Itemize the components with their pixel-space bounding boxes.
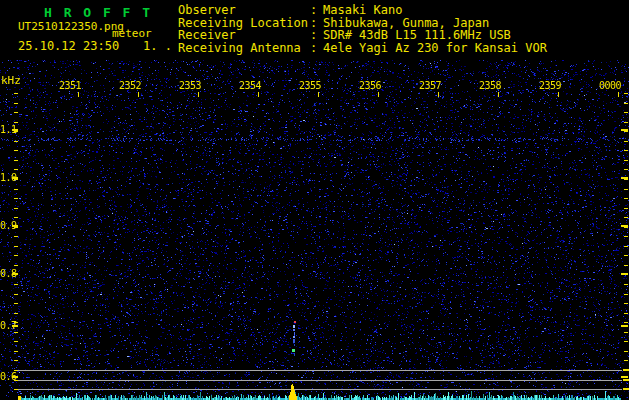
meteor-echo-dash xyxy=(293,325,295,328)
time-axis-label: 2356 xyxy=(351,80,381,91)
freq-minor-tick-left xyxy=(14,236,18,237)
info-colon: : xyxy=(310,29,323,42)
time-axis-tick xyxy=(258,92,259,97)
info-colon: : xyxy=(310,4,323,17)
time-axis-tick xyxy=(438,92,439,97)
freq-minor-tick-right xyxy=(624,160,628,161)
freq-major-tick-right xyxy=(621,129,628,131)
time-axis-tick xyxy=(498,92,499,97)
spectrogram-noise-canvas xyxy=(0,58,629,400)
info-label: Receiver xyxy=(178,29,310,42)
time-axis-tick xyxy=(378,92,379,97)
freq-axis-unit-label: kHz xyxy=(1,74,21,87)
freq-minor-tick-right xyxy=(624,93,628,94)
time-axis-tick xyxy=(558,92,559,97)
freq-minor-tick-left xyxy=(14,150,18,151)
hrofft-screen: H R O F F T UT2510122350.png meteor 25.1… xyxy=(0,0,629,400)
freq-minor-tick-left xyxy=(14,341,18,342)
freq-minor-tick-right xyxy=(624,122,628,123)
date-time-label: 25.10.12 23:50 xyxy=(18,39,119,53)
freq-axis-label: 0.7 xyxy=(0,320,17,331)
freq-minor-tick-right xyxy=(624,332,628,333)
meteor-echo-dash xyxy=(294,353,295,356)
freq-minor-tick-left xyxy=(14,169,18,170)
freq-minor-tick-right xyxy=(624,236,628,237)
freq-minor-tick-left xyxy=(14,208,18,209)
freq-minor-tick-right xyxy=(624,227,628,228)
freq-minor-tick-left xyxy=(14,189,18,190)
time-axis-label: 0000 xyxy=(591,80,621,91)
freq-major-tick-right xyxy=(621,225,628,227)
freq-axis-label: 1.1 xyxy=(0,124,17,135)
level-graph-gridline xyxy=(18,370,622,371)
time-axis-label: 2359 xyxy=(531,80,561,91)
time-axis-label: 2355 xyxy=(291,80,321,91)
freq-minor-tick-right xyxy=(624,341,628,342)
meteor-echo-dash xyxy=(294,332,295,335)
counter-label: 1. . xyxy=(143,39,172,53)
freq-minor-tick-right xyxy=(624,265,628,266)
level-graph-right-tick xyxy=(623,388,629,390)
time-axis-label: 2354 xyxy=(231,80,261,91)
freq-minor-tick-right xyxy=(624,246,628,247)
freq-minor-tick-left xyxy=(14,246,18,247)
info-value: 4ele Yagi Az 230 for Kansai VOR xyxy=(323,41,547,55)
time-axis-tick xyxy=(198,92,199,97)
time-axis-label: 2351 xyxy=(51,80,81,91)
freq-minor-tick-right xyxy=(624,198,628,199)
freq-minor-tick-left xyxy=(14,112,18,113)
freq-minor-tick-right xyxy=(624,169,628,170)
freq-major-tick-right xyxy=(621,273,628,275)
freq-minor-tick-left xyxy=(14,103,18,104)
freq-minor-tick-left xyxy=(14,265,18,266)
freq-minor-tick-right xyxy=(624,217,628,218)
info-row: Receiving Antenna:4ele Yagi Az 230 for K… xyxy=(178,42,547,55)
freq-minor-tick-left xyxy=(14,303,18,304)
level-graph-right-tick xyxy=(623,369,629,371)
freq-minor-tick-left xyxy=(14,284,18,285)
observer-info-block: Observer:Masaki KanoReceiving Location:S… xyxy=(178,4,547,54)
freq-minor-tick-right xyxy=(624,208,628,209)
freq-minor-tick-left xyxy=(14,351,18,352)
freq-minor-tick-left xyxy=(14,294,18,295)
freq-minor-tick-left xyxy=(14,93,18,94)
level-graph-gridline xyxy=(18,380,622,381)
time-axis-label: 2353 xyxy=(171,80,201,91)
freq-minor-tick-right xyxy=(624,112,628,113)
freq-axis-label: 0.6 xyxy=(0,371,17,382)
freq-minor-tick-right xyxy=(624,131,628,132)
freq-axis-label: 1.0 xyxy=(0,172,17,183)
level-graph-right-tick xyxy=(623,379,629,381)
time-axis-label: 2358 xyxy=(471,80,501,91)
time-axis-tick xyxy=(138,92,139,97)
time-axis-tick xyxy=(78,92,79,97)
freq-minor-tick-right xyxy=(624,189,628,190)
time-axis-tick xyxy=(618,92,619,97)
level-start-marker xyxy=(18,396,21,400)
freq-major-tick-right xyxy=(621,376,628,378)
meteor-echo-dash xyxy=(294,321,296,323)
meteor-echo-dash xyxy=(293,339,295,343)
freq-axis-label: 0.8 xyxy=(0,268,17,279)
freq-minor-tick-right xyxy=(624,303,628,304)
freq-major-tick-right xyxy=(621,177,628,179)
time-axis-label: 2357 xyxy=(411,80,441,91)
meteor-echo-dash xyxy=(293,329,295,331)
freq-minor-tick-right xyxy=(624,179,628,180)
freq-minor-tick-left xyxy=(14,360,18,361)
freq-minor-tick-right xyxy=(624,351,628,352)
freq-minor-tick-left xyxy=(14,198,18,199)
freq-axis-label: 0.9 xyxy=(0,220,17,231)
info-colon: : xyxy=(310,42,323,55)
freq-minor-tick-right xyxy=(624,294,628,295)
app-title: H R O F F T xyxy=(44,5,152,20)
freq-minor-tick-left xyxy=(14,255,18,256)
meteor-echo-dash xyxy=(294,344,295,346)
freq-minor-tick-right xyxy=(624,322,628,323)
freq-minor-tick-right xyxy=(624,150,628,151)
level-spike-bar xyxy=(296,396,297,400)
meteor-echo-dash xyxy=(293,336,295,338)
freq-minor-tick-left xyxy=(14,217,18,218)
freq-minor-tick-left xyxy=(14,160,18,161)
freq-minor-tick-right xyxy=(624,313,628,314)
